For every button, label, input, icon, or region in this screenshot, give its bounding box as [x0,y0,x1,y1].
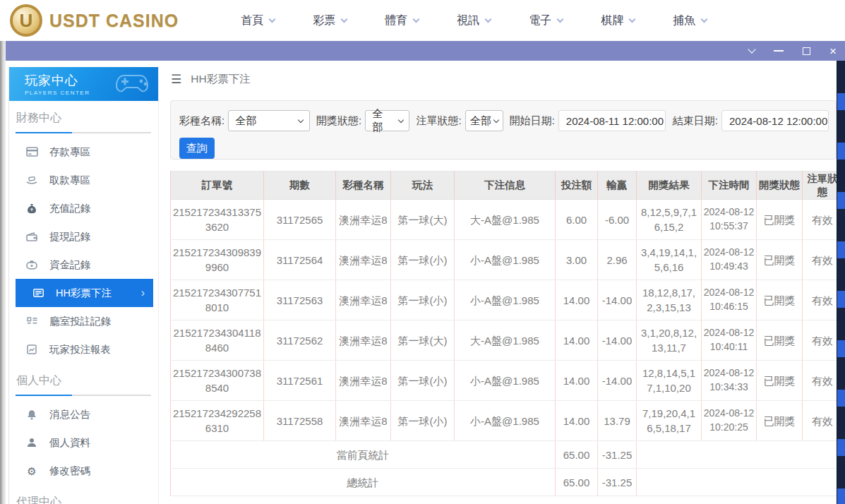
chevron-down-icon [701,16,708,23]
col-play-type: 玩法 [391,172,455,200]
table-row: 215217234304118846031172562澳洲幸运8第一球(大)大-… [171,320,843,361]
sidebar-item-fund-records[interactable]: 資金記錄 [9,251,158,279]
order-status-select[interactable]: 全部 [465,110,503,131]
end-date-label: 結束日期: [673,114,718,128]
nav-item-home[interactable]: 首頁 [241,13,275,28]
nav-item-lottery[interactable]: 彩票 [313,13,347,28]
page-summary-winloss: -31.25 [598,441,637,469]
lottery-name-select[interactable]: 全部 [228,110,310,131]
maximize-icon [803,47,810,55]
sidebar-item-profile[interactable]: 個人資料 [9,428,158,457]
chevron-right-icon: › [141,287,145,299]
logo-monogram: U [20,10,33,32]
start-date-input[interactable]: 2024-08-11 12:00:00 [558,110,666,131]
sidebar-section-finance: 財務中心 [9,101,158,132]
draw-status-select[interactable]: 全部 [365,110,409,131]
chevron-down-icon [341,16,348,23]
sidebar-item-announcements[interactable]: 消息公告 [9,400,158,428]
col-bet-info: 下注信息 [455,172,556,200]
nav-item-fishing[interactable]: 捕魚 [673,13,707,28]
chevron-down-icon [557,16,564,23]
recharge-moneybag-icon [25,203,38,214]
col-bet-amount: 投注額 [556,172,598,200]
total-summary-winloss: -31.25 [598,469,637,496]
vertical-scrollbar[interactable] [837,61,845,504]
nav-item-video[interactable]: 視訊 [457,13,491,28]
page-summary-label: 當前頁統計 [171,441,556,469]
draw-status-label: 開獎狀態: [316,114,361,128]
logo-coin-icon: U [10,4,42,37]
sidebar-item-change-password[interactable]: ⚙ 修改密碼 [9,457,158,485]
sidebar-item-player-bet-report[interactable]: 玩家投注報表 [9,335,158,364]
chevron-down-icon [298,116,304,122]
page-summary-bet: 65.00 [556,441,598,469]
sidebar-section-personal: 個人中心 [9,364,158,395]
page-edge-strip [0,41,6,504]
lottery-name-label: 彩種名稱: [179,114,224,128]
page-title: HH彩票下注 [191,72,250,87]
withdrawal-wallet-icon [25,232,38,241]
chevron-down-icon [748,45,755,53]
gear-icon: ⚙ [25,466,38,476]
deposit-card-icon [25,147,38,157]
chevron-down-icon [269,16,276,23]
table-header-row: 訂單號 期數 彩種名稱 玩法 下注信息 投注額 輸贏 開獎結果 下注時間 開獎狀… [171,172,843,200]
total-summary-row: 總統計 65.00 -31.25 [171,469,843,496]
section-divider [16,132,151,133]
chevron-down-icon [413,16,420,23]
person-icon [25,438,38,448]
window-minimize-button[interactable] [774,50,784,52]
logo-text: USDT CASINO [49,11,179,31]
sidebar-item-withdraw[interactable]: 取款專區 [9,166,158,194]
sidebar-item-room-bet-records[interactable]: 廳室投註記錄 [9,307,158,335]
col-bet-time: 下注時間 [702,172,757,200]
sidebar-header: 玩家中心 PLAYERS CENTER [9,67,158,101]
sidebar-item-deposit[interactable]: 存款專區 [9,138,158,166]
chevron-down-icon [485,16,492,23]
gamepad-icon [114,71,152,95]
players-center-window: 玩家中心 PLAYERS CENTER 財務中心 存款專區 取款專區 充值記錄 … [6,61,845,504]
search-button[interactable]: 查詢 [179,138,215,159]
window-maximize-button[interactable] [803,47,810,55]
nav-item-sports[interactable]: 體育 [385,13,419,28]
player-report-icon [25,344,38,354]
table-row: 215217234307751801031172563澳洲幸运8第一球(小)小-… [171,280,843,320]
window-close-button[interactable]: × [829,45,837,57]
nav-item-chess[interactable]: 棋牌 [601,13,635,28]
funds-purse-icon [25,260,38,270]
col-period: 期數 [264,172,336,200]
chevron-down-icon [397,116,403,122]
sidebar-item-hh-lottery-bets[interactable]: HH彩票下注 › [16,279,153,307]
sidebar-section-agent: 代理中心 [9,485,158,504]
table-row: 215217234300738854031172561澳洲幸运8第一球(小)小-… [171,361,843,401]
sidebar-item-recharge-records[interactable]: 充值記錄 [9,194,158,222]
col-draw-result: 開獎結果 [637,172,702,200]
chevron-down-icon [493,116,498,122]
order-status-label: 注單狀態: [416,114,461,128]
section-divider [16,395,151,396]
usdt-casino-logo: U USDT CASINO [10,4,179,37]
chevron-down-icon [629,16,636,23]
withdraw-hand-icon [25,176,38,185]
total-summary-label: 總統計 [171,469,556,496]
sidebar: 玩家中心 PLAYERS CENTER 財務中心 存款專區 取款專區 充值記錄 … [8,67,159,504]
table-row: 215217234292258631031172558澳洲幸运8第一球(小)小-… [171,401,843,441]
sidebar-item-withdrawal-records[interactable]: 提現記錄 [9,222,158,251]
minimize-icon [774,50,784,52]
main-content: ☰ HH彩票下注 彩種名稱: 全部 開獎狀態: 全部 注單狀態: 全部 開始日期… [164,61,837,504]
col-lottery-name: 彩種名稱 [336,172,391,200]
bell-icon [25,409,38,420]
start-date-label: 開始日期: [510,114,555,128]
window-collapse-button[interactable] [749,49,755,52]
hamburger-menu-icon[interactable]: ☰ [171,72,181,87]
col-draw-status: 開獎狀態 [757,172,803,200]
total-summary-bet: 65.00 [556,469,598,496]
room-bet-record-icon [25,317,38,326]
nav-item-electronic[interactable]: 電子 [529,13,563,28]
lottery-bet-icon [32,289,44,297]
table-row: 215217234309839996031172564澳洲幸运8第一球(小)小-… [171,240,843,280]
end-date-input[interactable]: 2024-08-12 12:00:00 [721,110,829,131]
col-win-loss: 輸贏 [598,172,637,200]
main-nav: 首頁 彩票 體育 視訊 電子 棋牌 捕魚 [241,13,745,28]
window-titlebar: × [6,41,845,61]
